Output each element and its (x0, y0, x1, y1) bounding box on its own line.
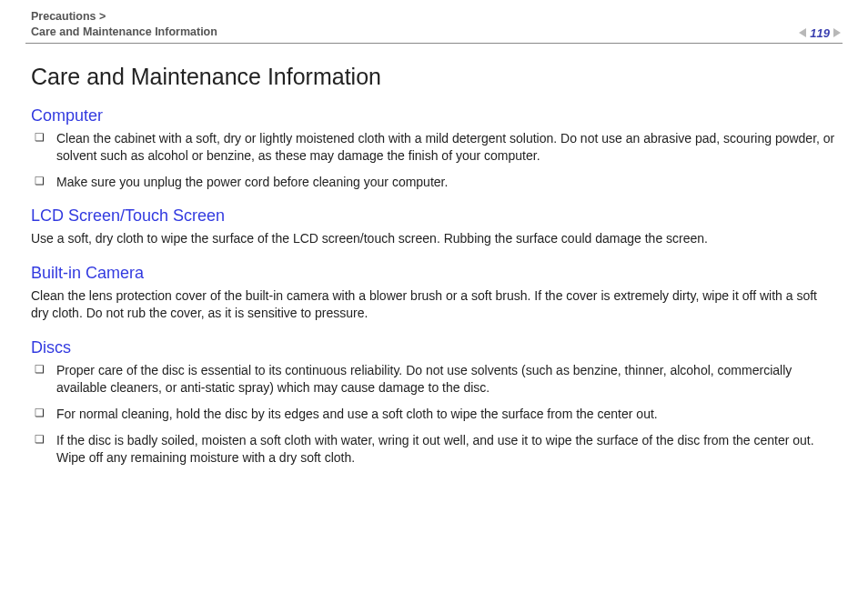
list-item: Clean the cabinet with a soft, dry or li… (31, 130, 837, 165)
list-item: For normal cleaning, hold the disc by it… (31, 406, 837, 423)
list-item: Make sure you unplug the power cord befo… (31, 174, 837, 191)
prev-page-icon[interactable] (799, 28, 806, 37)
section-heading-computer: Computer (31, 106, 837, 126)
section-heading-lcd: LCD Screen/Touch Screen (31, 206, 837, 226)
list-item: Proper care of the disc is essential to … (31, 362, 837, 397)
page-content: Care and Maintenance Information Compute… (31, 64, 837, 467)
computer-list: Clean the cabinet with a soft, dry or li… (31, 130, 837, 191)
camera-text: Clean the lens protection cover of the b… (31, 287, 837, 322)
lcd-text: Use a soft, dry cloth to wipe the surfac… (31, 230, 837, 247)
discs-list: Proper care of the disc is essential to … (31, 362, 837, 466)
page-number-block: 119 (799, 26, 841, 40)
section-heading-discs: Discs (31, 338, 837, 357)
list-item: If the disc is badly soiled, moisten a s… (31, 432, 837, 467)
page-number: 119 (810, 26, 830, 40)
breadcrumb: Precautions > Care and Maintenance Infor… (31, 9, 217, 40)
breadcrumb-current: Care and Maintenance Information (31, 25, 217, 40)
section-heading-camera: Built-in Camera (31, 264, 837, 283)
page-header: Precautions > Care and Maintenance Infor… (25, 9, 843, 44)
next-page-icon[interactable] (833, 28, 841, 37)
breadcrumb-parent: Precautions > (31, 9, 217, 25)
page-title: Care and Maintenance Information (31, 64, 837, 90)
